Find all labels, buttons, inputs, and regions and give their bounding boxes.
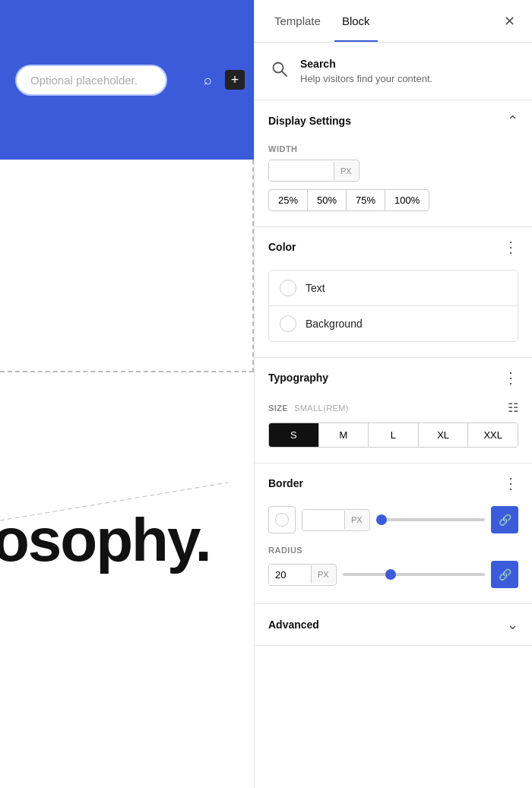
display-settings-header[interactable]: Display Settings ⌃: [255, 100, 532, 141]
advanced-title: Advanced: [268, 619, 319, 631]
canvas-large-text: osophy.: [0, 505, 211, 575]
pct-buttons: 25% 50% 75% 100%: [268, 189, 518, 211]
typography-title: Typography: [268, 372, 328, 384]
color-text-swatch: [280, 280, 296, 296]
border-slider-thumb[interactable]: [376, 514, 387, 525]
width-input-row: PX: [268, 160, 518, 182]
search-block-icon: [268, 58, 291, 81]
size-xl-button[interactable]: XL: [419, 423, 469, 447]
color-text-label: Text: [306, 282, 325, 294]
typography-options-icon[interactable]: ⋮: [503, 370, 518, 385]
pct-50-button[interactable]: 50%: [307, 189, 347, 211]
border-section-header[interactable]: Border ⋮: [255, 464, 532, 503]
block-description: Search Help visitors find your content.: [255, 43, 532, 100]
typography-section-header[interactable]: Typography ⋮: [255, 358, 532, 397]
color-background-label: Background: [306, 318, 363, 330]
color-text-row[interactable]: Text: [269, 271, 518, 306]
block-subtitle: Help visitors find your content.: [300, 73, 432, 84]
display-settings-content: WIDTH PX 25% 50% 75% 100%: [255, 141, 532, 226]
display-settings-title: Display Settings: [268, 115, 351, 127]
radius-link-icon: 🔗: [499, 568, 511, 581]
color-options: Text Background: [268, 270, 518, 342]
color-section: Color ⋮ Text Background: [255, 227, 532, 358]
size-value: SMALL(REM): [294, 403, 349, 413]
radius-label: RADIUS: [268, 546, 518, 555]
width-unit: PX: [334, 162, 358, 180]
border-title: Border: [268, 477, 303, 489]
color-background-row[interactable]: Background: [269, 306, 518, 341]
border-slider-wrap: [376, 518, 485, 521]
search-pill: Optional placeholder.: [15, 65, 167, 96]
size-m-button[interactable]: M: [319, 423, 369, 447]
canvas-area: Optional placeholder. ⌕ + osophy.: [0, 0, 254, 788]
size-row: SIZE SMALL(REM) ☷: [268, 400, 518, 415]
border-color-swatch: [275, 513, 289, 527]
border-link-button[interactable]: 🔗: [491, 506, 518, 533]
display-settings-chevron-icon: ⌃: [507, 112, 518, 129]
border-width-input-wrap: PX: [302, 509, 370, 531]
size-s-button[interactable]: S: [269, 423, 319, 447]
advanced-chevron-icon: ⌄: [507, 616, 518, 633]
size-buttons: S M L XL XXL: [268, 422, 518, 448]
pct-75-button[interactable]: 75%: [346, 189, 385, 211]
width-input-wrap: PX: [268, 160, 359, 182]
typography-section: Typography ⋮ SIZE SMALL(REM) ☷ S M L XL …: [255, 358, 532, 464]
radius-slider-wrap: [343, 573, 485, 576]
color-section-content: Text Background: [255, 267, 532, 357]
width-input[interactable]: [269, 160, 334, 181]
pct-25-button[interactable]: 25%: [268, 189, 308, 211]
size-xxl-button[interactable]: XXL: [468, 423, 518, 447]
border-section-content: PX 🔗 RADIUS PX: [255, 503, 532, 603]
border-width-unit: PX: [344, 511, 369, 529]
radius-input-wrap: PX: [268, 564, 337, 586]
canvas-dashed-area: [0, 160, 254, 372]
color-options-icon[interactable]: ⋮: [503, 239, 518, 255]
typography-section-content: SIZE SMALL(REM) ☷ S M L XL XXL: [255, 397, 532, 463]
radius-slider-track[interactable]: [343, 573, 485, 576]
add-block-button[interactable]: +: [225, 70, 245, 90]
right-panel: Template Block ✕ Search Help visitors fi…: [254, 0, 532, 788]
radius-input[interactable]: [269, 565, 311, 585]
radius-row: PX 🔗: [268, 561, 518, 588]
border-options-icon[interactable]: ⋮: [503, 476, 518, 491]
block-title: Search: [300, 58, 432, 70]
search-icon: [271, 61, 288, 78]
border-slider-track[interactable]: [376, 518, 485, 521]
panel-tabs: Template Block ✕: [255, 0, 532, 43]
color-title: Color: [268, 241, 296, 253]
block-desc-text: Search Help visitors find your content.: [300, 58, 432, 84]
tab-template[interactable]: Template: [267, 0, 328, 42]
color-section-header[interactable]: Color ⋮: [255, 227, 532, 267]
close-panel-button[interactable]: ✕: [499, 11, 520, 32]
tab-block[interactable]: Block: [334, 0, 378, 42]
size-l-button[interactable]: L: [369, 423, 419, 447]
advanced-section: Advanced ⌄: [255, 604, 532, 646]
border-width-row: PX 🔗: [268, 506, 518, 533]
display-settings-section: Display Settings ⌃ WIDTH PX 25% 50% 75% …: [255, 100, 532, 227]
pct-100-button[interactable]: 100%: [385, 189, 429, 211]
link-icon: 🔗: [499, 514, 511, 526]
color-background-swatch: [280, 315, 296, 332]
radius-unit: PX: [311, 565, 335, 584]
svg-line-2: [282, 71, 287, 76]
width-label: WIDTH: [268, 144, 518, 153]
border-color-button[interactable]: [268, 506, 296, 533]
border-width-input[interactable]: [302, 510, 344, 530]
radius-link-button[interactable]: 🔗: [491, 561, 518, 588]
radius-slider-thumb[interactable]: [385, 569, 396, 580]
size-slider-icon[interactable]: ☷: [508, 400, 518, 415]
border-section: Border ⋮ PX 🔗: [255, 464, 532, 604]
size-label: SIZE: [268, 403, 288, 413]
advanced-section-header[interactable]: Advanced ⌄: [255, 604, 532, 645]
canvas-blue-bar: Optional placeholder. ⌕ +: [0, 0, 254, 160]
search-icon-canvas: ⌕: [204, 72, 212, 88]
